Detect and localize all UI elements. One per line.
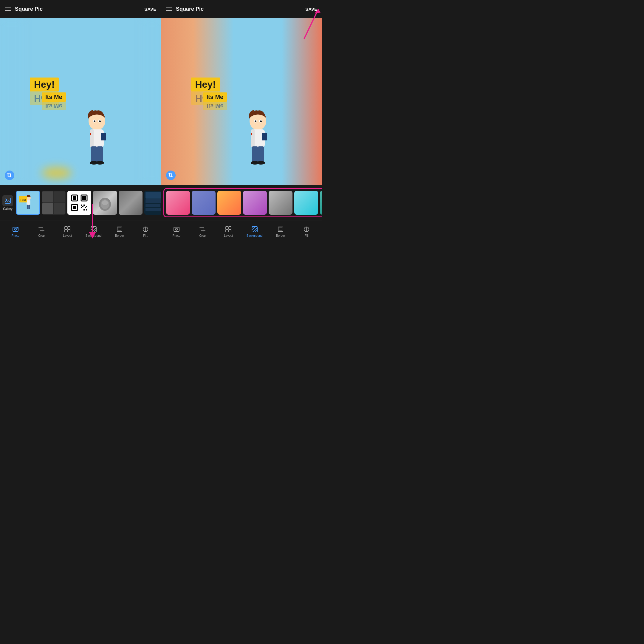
tool-layout-left[interactable]: Layout — [58, 225, 76, 237]
tool-photo-left[interactable]: Photo — [7, 225, 24, 237]
top-bar: Square Pic SAVE Square Pic SAVE — [0, 0, 322, 18]
tool-label-background-left: Background — [86, 234, 101, 237]
swatch-3[interactable] — [217, 191, 241, 215]
photo-icon-right — [173, 225, 180, 233]
svg-point-27 — [257, 161, 265, 165]
crop-indicator-right[interactable] — [166, 171, 176, 180]
tool-photo-right[interactable]: Photo — [168, 225, 185, 237]
bottom-section: Gallery Hey! — [0, 185, 322, 268]
tool-crop-left[interactable]: Crop — [32, 225, 50, 237]
background-icon-left — [90, 225, 97, 233]
svg-point-3 — [94, 120, 95, 122]
svg-rect-54 — [65, 227, 67, 229]
background-icon-right — [251, 225, 258, 233]
svg-rect-35 — [73, 196, 76, 200]
fill-icon-right — [303, 225, 310, 233]
menu-icon-right[interactable] — [166, 7, 172, 11]
border-icon-right — [277, 225, 284, 233]
svg-point-4 — [99, 120, 101, 122]
save-button-right[interactable]: SAVE — [305, 7, 317, 12]
app-title-left: Square Pic — [15, 6, 43, 12]
bottom-left: Gallery Hey! — [0, 185, 161, 268]
tool-background-left[interactable]: Background — [85, 225, 103, 237]
itsme-text-right: Its Me — [207, 94, 224, 100]
svg-rect-46 — [83, 209, 85, 210]
tool-label-photo-right: Photo — [173, 234, 180, 237]
svg-rect-37 — [82, 196, 86, 200]
hey-text-left: Hey! — [34, 79, 55, 90]
svg-rect-11 — [97, 146, 103, 163]
header-right: Square Pic SAVE — [161, 0, 322, 18]
crop-icon-right — [199, 225, 206, 233]
border-icon-left — [116, 225, 123, 233]
thumbnail-5[interactable] — [119, 191, 143, 215]
svg-rect-60 — [118, 228, 121, 231]
thumbnail-6[interactable] — [144, 191, 161, 215]
svg-rect-9 — [101, 133, 106, 140]
tool-label-background-right: Background — [247, 234, 262, 237]
tool-crop-right[interactable]: Crop — [193, 225, 211, 237]
swatch-6[interactable] — [294, 191, 318, 215]
crop-icon-left — [38, 225, 45, 233]
tool-background-right[interactable]: Background — [246, 225, 264, 237]
thumbnail-2[interactable] — [42, 191, 66, 215]
save-button-left[interactable]: SAVE — [144, 7, 156, 12]
svg-point-53 — [17, 227, 17, 228]
svg-rect-6 — [90, 129, 94, 147]
tool-filter-left[interactable]: Fi... — [137, 225, 154, 237]
tool-layout-right[interactable]: Layout — [219, 225, 237, 237]
itsme-text-left: Its Me — [45, 94, 62, 100]
tool-label-layout-left: Layout — [63, 234, 72, 237]
gallery-strip: Gallery Hey! — [0, 185, 161, 221]
menu-icon[interactable] — [5, 7, 11, 11]
hey-text-right: Hey! — [195, 79, 216, 90]
thumbnail-1[interactable]: Hey! — [16, 191, 40, 215]
toolbar-left: Photo Crop — [0, 221, 161, 241]
swatch-7[interactable] — [320, 191, 322, 215]
tool-label-photo-left: Photo — [12, 234, 19, 237]
character-left — [78, 106, 113, 172]
svg-rect-25 — [258, 146, 264, 163]
svg-rect-66 — [226, 230, 228, 232]
swatch-4[interactable] — [243, 191, 267, 215]
tool-border-right[interactable]: Border — [272, 225, 290, 237]
svg-rect-47 — [86, 209, 87, 210]
svg-rect-64 — [226, 227, 228, 229]
toolbar-right: Photo Crop — [161, 221, 322, 241]
bottom-right: Photo Crop — [161, 185, 322, 268]
tool-fill-right[interactable]: Fill — [298, 225, 315, 237]
metal-shape — [97, 194, 112, 212]
svg-rect-67 — [229, 230, 231, 232]
svg-rect-32 — [27, 205, 28, 209]
svg-rect-55 — [68, 227, 70, 229]
svg-rect-33 — [28, 205, 30, 209]
svg-point-52 — [14, 228, 16, 230]
photo-icon-left — [12, 225, 19, 233]
character-right — [239, 106, 274, 172]
gallery-icon-container[interactable]: Gallery — [2, 195, 13, 210]
svg-rect-65 — [229, 227, 231, 229]
tool-label-crop-right: Crop — [199, 234, 206, 237]
tool-label-layout-right: Layout — [224, 234, 233, 237]
svg-point-17 — [255, 120, 256, 122]
thumbnail-3[interactable] — [67, 191, 91, 215]
svg-rect-70 — [279, 228, 282, 231]
svg-point-63 — [175, 228, 177, 230]
svg-rect-10 — [91, 146, 97, 163]
svg-rect-43 — [86, 206, 87, 207]
crop-indicator-left[interactable] — [5, 171, 14, 180]
qr-icon — [70, 194, 88, 212]
svg-rect-44 — [81, 207, 82, 208]
svg-point-29 — [6, 199, 7, 200]
thumbnail-4[interactable] — [93, 191, 117, 215]
swatch-2[interactable] — [192, 191, 216, 215]
swatch-5[interactable] — [269, 191, 292, 215]
filter-icon-left — [142, 225, 149, 233]
svg-point-50 — [102, 200, 108, 205]
tool-border-left[interactable]: Border — [111, 225, 129, 237]
header-left: Square Pic SAVE — [0, 0, 161, 18]
swatch-1[interactable] — [166, 191, 190, 215]
svg-rect-40 — [81, 205, 82, 206]
tool-label-border-right: Border — [276, 234, 285, 237]
canvas-right: Hey! Hey! Its Me Its Me — [161, 18, 322, 185]
